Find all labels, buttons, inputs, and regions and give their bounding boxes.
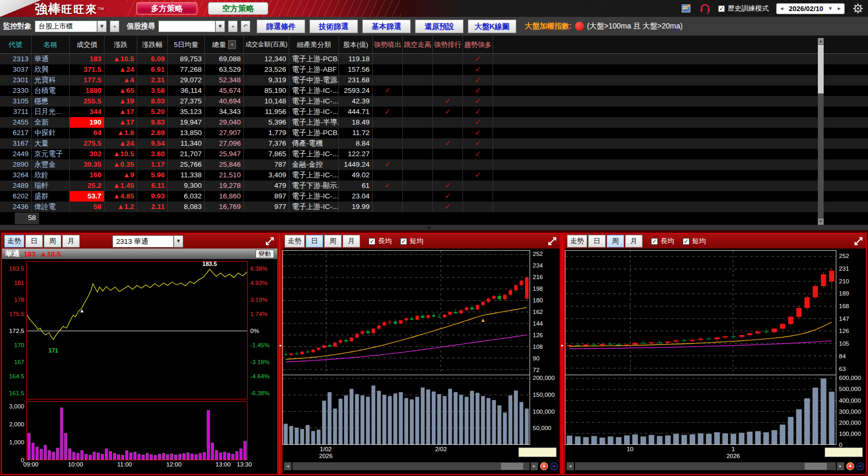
- monitor-value[interactable]: 台股上市櫃: [35, 21, 97, 32]
- daily-tab-月[interactable]: 月: [343, 235, 360, 247]
- table-row[interactable]: 2301光寶科177.5▲42.3129,07252,3489,319電子中游-…: [0, 75, 868, 85]
- scroll-left-icon[interactable]: ◄: [284, 462, 291, 470]
- column-header-14[interactable]: 趨勢強多: [463, 36, 493, 53]
- daily-volume-plot[interactable]: [282, 375, 530, 445]
- table-row[interactable]: 2313華通183▲10.56.0989,75369,08812,340電子上游…: [0, 54, 868, 64]
- table-row[interactable]: 3105穩懋255.5▲198.0327,37540,69410,148電子上游…: [0, 96, 868, 107]
- expand-icon[interactable]: [854, 236, 863, 246]
- checkbox-短均[interactable]: ✓: [400, 238, 407, 245]
- daily-scroll-thumb[interactable]: [501, 463, 523, 470]
- search-undo-icon[interactable]: ↶: [241, 21, 250, 32]
- symbol-value[interactable]: 2313 華通: [112, 235, 174, 247]
- intraday-volume-plot[interactable]: [26, 401, 248, 460]
- intraday-tab-走勢[interactable]: 走勢: [4, 235, 24, 247]
- scroll-down-icon[interactable]: ▼: [818, 218, 824, 225]
- table-row[interactable]: 3711日月光...344▲175.2035,12334,34311,956電子…: [0, 107, 868, 117]
- table-row[interactable]: 3264欣銓160▲95.9611,33821,5103,409電子上游-IC-…: [0, 170, 868, 180]
- checkbox-長均[interactable]: ✓: [369, 238, 375, 245]
- table-row[interactable]: 6202盛群53.7▲4.859.936,03216,860897電子上游-IC…: [0, 191, 868, 202]
- date-prev-icon[interactable]: ◄: [778, 6, 786, 11]
- filter-button-1[interactable]: 篩選條件: [257, 20, 305, 33]
- daily-tab-周[interactable]: 周: [324, 235, 342, 247]
- expand-icon[interactable]: [548, 236, 557, 246]
- intraday-tab-周[interactable]: 周: [44, 235, 61, 247]
- vertical-splitter-1[interactable]: ◄: [278, 233, 281, 475]
- intraday-tab-日[interactable]: 日: [25, 235, 43, 247]
- checkbox-短均[interactable]: ✓: [683, 238, 690, 245]
- settings-gear-icon[interactable]: [852, 3, 864, 14]
- column-header-5[interactable]: 漲跌幅: [137, 36, 168, 53]
- table-row[interactable]: 6217中探針64▲1.82.8913,85027,9071,779電子上游-P…: [0, 128, 868, 138]
- column-header-8[interactable]: 成交金額(百萬): [244, 36, 289, 53]
- date-next-icon[interactable]: ►: [835, 6, 843, 11]
- scroll-up-icon[interactable]: ▲: [818, 38, 824, 44]
- column-header-3[interactable]: 成交價: [70, 36, 105, 53]
- column-header-7[interactable]: 總量▼: [205, 36, 244, 53]
- zoom-out-icon[interactable]: −: [550, 462, 558, 470]
- intraday-plot[interactable]: 183.5171●▲: [26, 261, 248, 399]
- weekly-tab-月[interactable]: 月: [625, 235, 643, 247]
- table-row[interactable]: 3037欣興371.5▲246.9177,26863,52923,526電子上游…: [0, 64, 868, 75]
- column-header-13[interactable]: 強勢排行: [433, 36, 463, 53]
- zoom-in-icon[interactable]: +: [846, 462, 854, 470]
- table-row[interactable]: 3167大量275.5▲249.5411,34027,0967,376傳產-電機…: [0, 138, 868, 149]
- column-header-12[interactable]: 跳空走高: [403, 36, 433, 53]
- weekly-tab-周[interactable]: 周: [607, 235, 624, 247]
- weekly-tab-日[interactable]: 日: [588, 235, 606, 247]
- scroll-right-icon[interactable]: ►: [837, 462, 844, 470]
- intraday-tab-月[interactable]: 月: [62, 235, 80, 247]
- column-header-1[interactable]: 代號: [0, 36, 32, 53]
- column-header-9[interactable]: 細產業分類: [289, 36, 339, 53]
- splitter-handle-icon[interactable]: ▲: [427, 224, 431, 230]
- monitor-dropdown-icon[interactable]: ▼: [97, 21, 107, 32]
- short-strategy-button[interactable]: 空方策略: [208, 2, 268, 15]
- headset-icon[interactable]: [700, 3, 711, 14]
- long-strategy-button[interactable]: 多方策略: [136, 2, 197, 15]
- table-row[interactable]: 2455全新190▲179.8319,94729,0405,396電子上游-半導…: [0, 117, 868, 128]
- symbol-dropdown-icon[interactable]: ▼: [174, 235, 183, 247]
- table-row[interactable]: 2449京元電子302▲10.53.6021,70725,9477,865電子上…: [0, 149, 868, 159]
- daily-candle-plot[interactable]: ▲: [282, 250, 530, 375]
- table-vertical-scrollbar[interactable]: ▲ ▼: [818, 38, 824, 225]
- scroll-left-icon[interactable]: ◄: [567, 462, 574, 470]
- weekly-scroll-track[interactable]: [575, 462, 836, 470]
- date-value[interactable]: 2026/02/10: [787, 5, 825, 13]
- history-mode-checkbox[interactable]: ✓: [718, 5, 725, 12]
- horizontal-splitter[interactable]: ▲: [0, 225, 868, 230]
- filter-button-3[interactable]: 基本篩選: [362, 20, 411, 33]
- zoom-in-icon[interactable]: +: [540, 462, 548, 470]
- column-header-6[interactable]: 5日均量: [168, 36, 205, 53]
- search-dropdown-icon[interactable]: ▼: [215, 21, 225, 32]
- table-scroll-thumb[interactable]: [818, 45, 824, 93]
- scroll-right-icon[interactable]: ►: [531, 462, 538, 470]
- weekly-tab-走勢[interactable]: 走勢: [567, 235, 587, 247]
- weekly-scroll-thumb[interactable]: [805, 463, 827, 470]
- table-row[interactable]: 2890永豐金30.35▲0.351.1725,76625,846787金融-金…: [0, 159, 868, 170]
- notes-icon[interactable]: [682, 4, 692, 13]
- column-header-11[interactable]: 強勢噴出: [373, 36, 403, 53]
- change-button[interactable]: 變動: [256, 250, 274, 258]
- sort-dropdown-icon[interactable]: ▼: [228, 40, 236, 49]
- symbol-select[interactable]: 2313 華通▼: [112, 235, 183, 247]
- filter-button-2[interactable]: 技術篩選: [309, 20, 358, 33]
- weekly-volume-plot[interactable]: [565, 375, 836, 445]
- vertical-splitter-2[interactable]: ►: [561, 233, 564, 475]
- table-row[interactable]: 2489瑞軒25.2▲1.456.119,30019,278479電子下游-顯示…: [0, 180, 868, 191]
- column-header-4[interactable]: 漲跌: [105, 36, 137, 53]
- monitor-select[interactable]: 台股上市櫃 ▼: [35, 21, 107, 32]
- monitor-add-button[interactable]: ＋: [110, 21, 119, 32]
- zoom-out-icon[interactable]: −: [856, 462, 864, 470]
- search-add-button[interactable]: ＋: [228, 21, 238, 32]
- table-row[interactable]: 2436偉詮電58▲1.22.118,08316,769977電子上游-IC-.…: [0, 202, 868, 212]
- column-header-10[interactable]: 股本(億): [339, 36, 373, 53]
- daily-tab-走勢[interactable]: 走勢: [285, 235, 305, 247]
- daily-scroll-track[interactable]: [293, 462, 530, 470]
- checkbox-長均[interactable]: ✓: [651, 238, 658, 245]
- filter-button-4[interactable]: 還原預設: [415, 20, 464, 33]
- column-header-2[interactable]: 名稱: [32, 36, 70, 53]
- table-row[interactable]: 2330台積電1880▲653.5836,11445,67485,190電子上游…: [0, 85, 868, 96]
- daily-tab-日[interactable]: 日: [306, 235, 323, 247]
- filter-button-5[interactable]: 大盤K線圖: [468, 20, 516, 33]
- weekly-candle-plot[interactable]: [565, 250, 836, 375]
- date-dropdown-icon[interactable]: ▼: [826, 6, 834, 11]
